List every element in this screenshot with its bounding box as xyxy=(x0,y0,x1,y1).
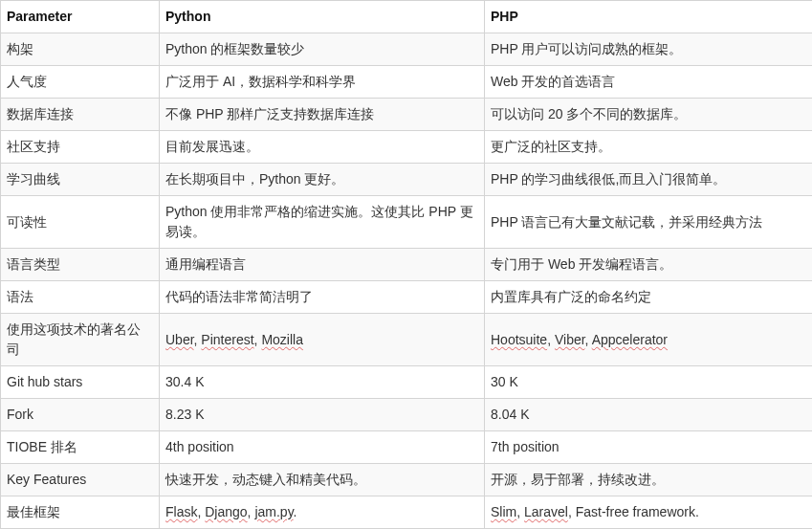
table-cell: 广泛用于 AI，数据科学和科学界 xyxy=(160,66,485,99)
table-header-row: Parameter Python PHP xyxy=(1,1,813,33)
spellcheck-word: Pinterest xyxy=(201,332,253,347)
param-cell: Key Features xyxy=(1,464,160,496)
table-cell: 8.04 K xyxy=(485,399,813,431)
table-row: 社区支持目前发展迅速。更广泛的社区支持。 xyxy=(1,131,813,164)
param-cell: 学习曲线 xyxy=(1,164,160,196)
param-cell: TIOBE 排名 xyxy=(1,431,160,464)
table-cell: 开源，易于部署，持续改进。 xyxy=(485,464,813,496)
table-row: 语法代码的语法非常简洁明了内置库具有广泛的命名约定 xyxy=(1,281,813,314)
table-cell: Python 使用非常严格的缩进实施。这使其比 PHP 更易读。 xyxy=(160,196,485,249)
table-row: 学习曲线在长期项目中，Python 更好。PHP 的学习曲线很低,而且入门很简单… xyxy=(1,164,813,196)
table-cell: PHP 用户可以访问成熟的框架。 xyxy=(485,33,813,66)
table-cell: 代码的语法非常简洁明了 xyxy=(160,281,485,314)
param-cell: 社区支持 xyxy=(1,131,160,164)
table-cell: 专门用于 Web 开发编程语言。 xyxy=(485,249,813,281)
table-row: Fork8.23 K8.04 K xyxy=(1,399,813,431)
param-cell: 构架 xyxy=(1,33,160,66)
table-cell: 更广泛的社区支持。 xyxy=(485,131,813,164)
table-cell: 30.4 K xyxy=(160,366,485,399)
header-php: PHP xyxy=(485,1,813,33)
table-cell: Web 开发的首选语言 xyxy=(485,66,813,99)
param-cell: 最佳框架 xyxy=(1,496,160,529)
param-cell: Fork xyxy=(1,399,160,431)
spellcheck-word: Uber xyxy=(165,332,194,347)
header-python: Python xyxy=(160,1,485,33)
table-cell: 30 K xyxy=(485,366,813,399)
spellcheck-word: Django xyxy=(205,504,247,519)
table-cell: 可以访问 20 多个不同的数据库。 xyxy=(485,99,813,131)
table-row: 构架Python 的框架数量较少PHP 用户可以访问成熟的框架。 xyxy=(1,33,813,66)
table-cell: Uber, Pinterest, Mozilla xyxy=(160,314,485,366)
table-row: Key Features快速开发，动态键入和精美代码。开源，易于部署，持续改进。 xyxy=(1,464,813,496)
table-cell: 8.23 K xyxy=(160,399,485,431)
table-cell: 不像 PHP 那样广泛支持数据库连接 xyxy=(160,99,485,131)
spellcheck-word: Hootsuite xyxy=(491,332,547,347)
param-cell: 可读性 xyxy=(1,196,160,249)
param-cell: Git hub stars xyxy=(1,366,160,399)
comparison-table: Parameter Python PHP 构架Python 的框架数量较少PHP… xyxy=(0,0,812,529)
param-cell: 语言类型 xyxy=(1,249,160,281)
table-cell: 快速开发，动态键入和精美代码。 xyxy=(160,464,485,496)
param-cell: 使用这项技术的著名公司 xyxy=(1,314,160,366)
table-cell: 7th position xyxy=(485,431,813,464)
table-cell: PHP 的学习曲线很低,而且入门很简单。 xyxy=(485,164,813,196)
table-row: 使用这项技术的著名公司Uber, Pinterest, MozillaHoots… xyxy=(1,314,813,366)
spellcheck-word: Appcelerator xyxy=(592,332,668,347)
table-cell: Flask, Django, jam.py. xyxy=(160,496,485,529)
param-cell: 语法 xyxy=(1,281,160,314)
table-cell: 在长期项目中，Python 更好。 xyxy=(160,164,485,196)
table-cell: PHP 语言已有大量文献记载，并采用经典方法 xyxy=(485,196,813,249)
table-cell: Hootsuite, Viber, Appcelerator xyxy=(485,314,813,366)
table-row: TIOBE 排名4th position7th position xyxy=(1,431,813,464)
table-row: 最佳框架Flask, Django, jam.py.Slim, Laravel,… xyxy=(1,496,813,529)
spellcheck-word: Slim xyxy=(491,504,516,519)
table-row: 语言类型通用编程语言专门用于 Web 开发编程语言。 xyxy=(1,249,813,281)
spellcheck-word: Viber xyxy=(555,332,585,347)
table-cell: 通用编程语言 xyxy=(160,249,485,281)
spellcheck-word: Flask xyxy=(165,504,197,519)
table-cell: 内置库具有广泛的命名约定 xyxy=(485,281,813,314)
table-row: 人气度广泛用于 AI，数据科学和科学界Web 开发的首选语言 xyxy=(1,66,813,99)
spellcheck-word: Mozilla xyxy=(261,332,303,347)
table-body: 构架Python 的框架数量较少PHP 用户可以访问成熟的框架。人气度广泛用于 … xyxy=(1,33,813,530)
header-parameter: Parameter xyxy=(1,1,160,33)
spellcheck-word: Laravel xyxy=(524,504,568,519)
table-row: 可读性Python 使用非常严格的缩进实施。这使其比 PHP 更易读。PHP 语… xyxy=(1,196,813,249)
param-cell: 数据库连接 xyxy=(1,99,160,131)
table-cell: 目前发展迅速。 xyxy=(160,131,485,164)
table-cell: Slim, Laravel, Fast-free framework. xyxy=(485,496,813,529)
table-row: 数据库连接不像 PHP 那样广泛支持数据库连接可以访问 20 多个不同的数据库。 xyxy=(1,99,813,131)
spellcheck-word: jam.py xyxy=(254,504,293,519)
table-cell: 4th position xyxy=(160,431,485,464)
table-row: Git hub stars30.4 K30 K xyxy=(1,366,813,399)
table-cell: Python 的框架数量较少 xyxy=(160,33,485,66)
param-cell: 人气度 xyxy=(1,66,160,99)
